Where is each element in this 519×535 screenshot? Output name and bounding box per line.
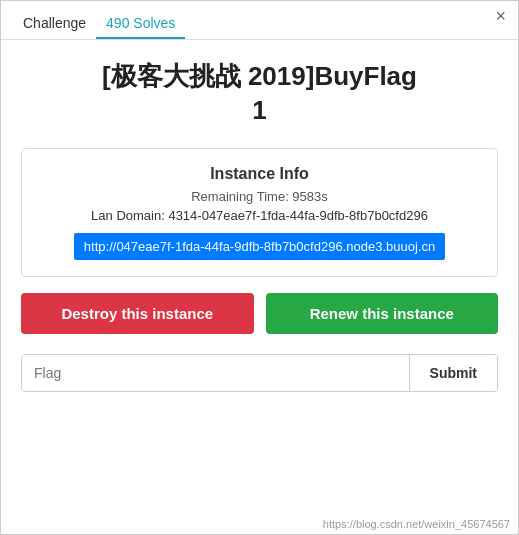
modal-body: [极客大挑战 2019]BuyFlag1 Instance Info Remai… bbox=[1, 40, 518, 518]
challenge-title: [极客大挑战 2019]BuyFlag1 bbox=[21, 60, 498, 128]
instance-actions: Destroy this instance Renew this instanc… bbox=[21, 293, 498, 334]
renew-button[interactable]: Renew this instance bbox=[266, 293, 499, 334]
modal-container: Challenge 490 Solves × [极客大挑战 2019]BuyFl… bbox=[0, 0, 519, 535]
instance-link[interactable]: http://047eae7f-1fda-44fa-9dfb-8fb7b0cfd… bbox=[74, 233, 445, 260]
instance-section-title: Instance Info bbox=[34, 165, 485, 183]
flag-row: Submit bbox=[21, 354, 498, 392]
destroy-button[interactable]: Destroy this instance bbox=[21, 293, 254, 334]
flag-input[interactable] bbox=[22, 355, 409, 391]
footer-watermark: https://blog.csdn.net/weixin_45674567 bbox=[1, 518, 518, 534]
tab-solves[interactable]: 490 Solves bbox=[96, 9, 185, 39]
lan-domain: Lan Domain: 4314-047eae7f-1fda-44fa-9dfb… bbox=[34, 208, 485, 223]
tab-challenge[interactable]: Challenge bbox=[13, 9, 96, 39]
flag-submit-button[interactable]: Submit bbox=[409, 355, 497, 391]
modal-tabs: Challenge 490 Solves × bbox=[1, 1, 518, 40]
close-button[interactable]: × bbox=[495, 7, 506, 25]
instance-info-box: Instance Info Remaining Time: 9583s Lan … bbox=[21, 148, 498, 277]
remaining-time: Remaining Time: 9583s bbox=[34, 189, 485, 204]
